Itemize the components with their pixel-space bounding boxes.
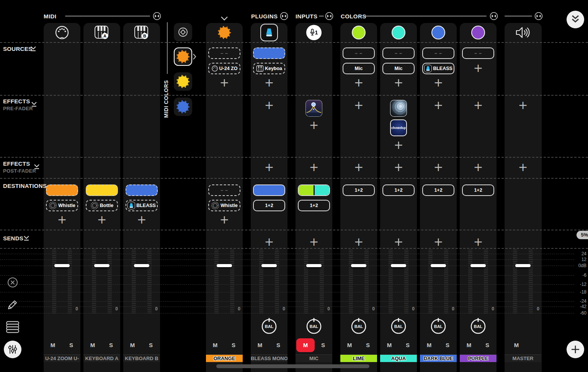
add-prefader-effect-button[interactable]: + — [505, 100, 541, 111]
mixer-view-button[interactable] — [4, 341, 21, 358]
fader-handle[interactable] — [54, 264, 70, 267]
mute-button[interactable]: M — [296, 338, 315, 352]
cpu-usage-badge[interactable]: 5% — [577, 231, 588, 239]
solo-button[interactable]: S — [105, 340, 117, 351]
collapse-all-button[interactable] — [567, 11, 584, 28]
source-empty-slot[interactable]: – – — [382, 47, 415, 59]
add-destination-button[interactable]: + — [44, 214, 80, 226]
dark-blue-color-icon[interactable] — [420, 24, 457, 41]
balance-knob[interactable]: BAL — [350, 318, 367, 334]
mute-button[interactable]: M — [344, 340, 355, 351]
destination-bus-button[interactable]: 1+2 — [298, 200, 330, 211]
add-send-button[interactable]: + — [460, 237, 497, 248]
speaker-icon[interactable] — [505, 24, 541, 41]
mute-button[interactable]: M — [47, 340, 59, 351]
channel-name[interactable]: MIC — [296, 354, 332, 362]
channel-name[interactable]: BLEASS MONO — [251, 354, 287, 362]
add-send-button[interactable]: + — [296, 237, 332, 248]
source-empty-slot[interactable]: – – — [208, 47, 240, 59]
add-prefader-effect-button[interactable]: + — [251, 100, 287, 111]
destination-bus-button[interactable]: 1+2 — [462, 184, 494, 196]
snapshots-list-icon[interactable] — [5, 321, 20, 333]
collapse-group-icon[interactable] — [325, 12, 333, 20]
midi-din-icon[interactable] — [44, 24, 80, 41]
balance-knob[interactable]: BAL — [390, 318, 407, 334]
mic-input-icon[interactable]: 1 — [296, 24, 332, 41]
add-source-button[interactable]: + — [420, 77, 457, 89]
reverb-plugin-icon[interactable] — [390, 100, 407, 117]
midi-color-yellow-button[interactable] — [174, 72, 192, 91]
destination-plugin-pill[interactable]: BLEASS — [126, 200, 158, 211]
solo-button[interactable]: S — [442, 340, 453, 351]
destination-color-pill-split[interactable] — [298, 184, 330, 196]
add-source-button[interactable]: + — [380, 77, 417, 89]
channel-name[interactable]: LIME — [340, 354, 377, 362]
add-prefader-effect-button[interactable]: + — [296, 120, 332, 131]
channel-name[interactable]: DARK BLUE — [420, 354, 457, 362]
destination-bus-button[interactable]: 1+2 — [422, 184, 454, 196]
orange-color-icon[interactable] — [206, 24, 243, 41]
midi-color-orange-button[interactable] — [174, 47, 192, 66]
add-destination-button[interactable]: + — [123, 214, 160, 226]
collapse-group-icon[interactable] — [153, 12, 161, 20]
solo-button[interactable]: S — [317, 340, 329, 351]
collapse-channel-chevron-icon[interactable] — [220, 16, 229, 21]
channel-name[interactable]: U-24 ZOOM U- — [44, 354, 80, 362]
channel-name[interactable]: KEYBOARD A — [83, 354, 120, 362]
balance-knob[interactable]: BAL — [430, 318, 447, 334]
chowdsp-plugin-icon[interactable]: chowdsp — [390, 119, 407, 136]
destination-color-pill[interactable] — [46, 184, 78, 196]
channel-name[interactable]: MASTER — [505, 354, 541, 362]
midi-color-blue-button[interactable] — [174, 98, 192, 116]
add-postfader-effect-button[interactable]: + — [340, 162, 377, 173]
solo-button[interactable]: S — [273, 340, 284, 351]
fader-handle[interactable] — [306, 264, 322, 267]
channel-name[interactable]: PURPLE — [460, 354, 497, 362]
collapse-group-icon[interactable] — [280, 12, 288, 20]
source-empty-slot[interactable]: – – — [343, 47, 375, 59]
keyboard-b-icon[interactable]: B — [123, 24, 160, 41]
balance-knob[interactable]: BAL — [470, 318, 487, 334]
fader-handle[interactable] — [391, 264, 406, 267]
collapse-row-icon[interactable] — [31, 101, 38, 107]
add-source-button[interactable]: + — [340, 77, 377, 89]
collapse-row-icon[interactable] — [33, 164, 40, 170]
add-prefader-effect-button[interactable]: + — [340, 100, 377, 111]
add-postfader-effect-button[interactable]: + — [251, 162, 287, 173]
destination-color-pill[interactable] — [253, 184, 285, 196]
fader-handle[interactable] — [261, 264, 277, 267]
destination-plugin-pill[interactable]: Whistle — [208, 200, 240, 211]
destination-plugin-pill[interactable]: Bottle — [86, 200, 118, 211]
mute-button[interactable]: M — [87, 340, 98, 351]
source-empty-slot[interactable]: – – — [422, 47, 454, 59]
destination-plugin-pill[interactable]: Whistle — [46, 200, 78, 211]
edit-pencil-icon[interactable] — [6, 298, 19, 311]
mute-button[interactable]: M — [511, 340, 522, 351]
add-send-button[interactable]: + — [420, 237, 457, 248]
source-plugin-pill[interactable]: BLEASS — [422, 63, 454, 74]
fader-handle[interactable] — [431, 264, 446, 267]
mute-button[interactable]: M — [209, 340, 221, 351]
aqua-color-icon[interactable] — [380, 24, 417, 41]
add-prefader-effect-button[interactable]: + — [460, 100, 497, 111]
destination-bus-button[interactable]: 1+2 — [253, 200, 285, 211]
keyboard-a-icon[interactable]: A — [83, 24, 120, 41]
add-postfader-effect-button[interactable]: + — [296, 162, 332, 173]
source-input-pill[interactable]: Mic — [343, 63, 375, 74]
add-postfader-effect-button[interactable]: + — [460, 162, 497, 173]
fader-handle[interactable] — [134, 264, 149, 267]
collapse-row-icon[interactable] — [30, 46, 37, 52]
source-empty-slot[interactable]: – – — [462, 47, 494, 59]
collapse-group-icon[interactable] — [490, 12, 498, 20]
fader-handle[interactable] — [351, 264, 366, 267]
add-destination-button[interactable]: + — [206, 214, 243, 226]
add-send-button[interactable]: + — [251, 237, 287, 248]
add-prefader-effect-button[interactable]: + — [420, 100, 457, 111]
channel-name[interactable]: ORANGE — [206, 354, 243, 362]
add-send-button[interactable]: + — [380, 237, 417, 248]
solo-button[interactable]: S — [482, 340, 493, 351]
destination-color-pill[interactable] — [86, 184, 118, 196]
balance-knob[interactable]: BAL — [261, 318, 278, 334]
source-device-pill[interactable]: Keyboa — [253, 63, 285, 74]
channel-name[interactable]: KEYBOARD B — [123, 354, 160, 362]
